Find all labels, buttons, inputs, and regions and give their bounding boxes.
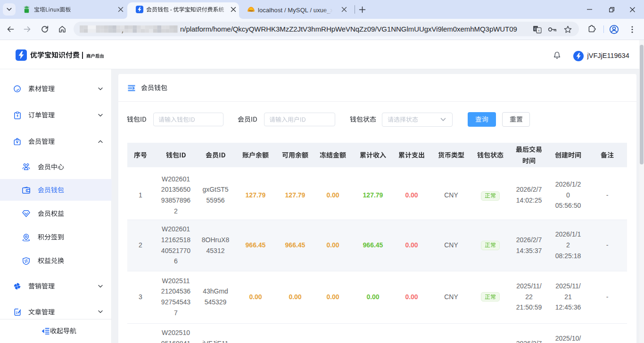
svg-text:x: x [538, 28, 540, 33]
svg-text:PMA: PMA [248, 10, 254, 12]
